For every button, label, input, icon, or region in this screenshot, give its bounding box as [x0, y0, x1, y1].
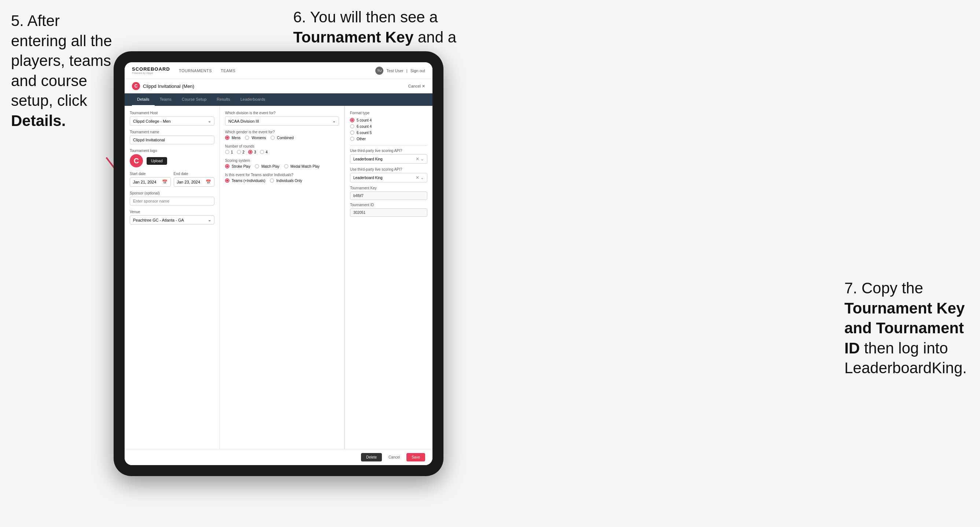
third-party-2-label: Use third-party live scoring API?	[350, 167, 427, 171]
tab-details[interactable]: Details	[132, 94, 155, 106]
scoring-label: Scoring system	[225, 159, 339, 163]
upload-button[interactable]: Upload	[146, 157, 167, 165]
round-3-radio[interactable]	[248, 150, 253, 154]
gender-combined-radio[interactable]	[270, 135, 275, 140]
round-3[interactable]: 3	[248, 150, 256, 154]
start-date-group: Start date Jan 21, 2024 📅	[130, 172, 171, 187]
third-party-2-group: Use third-party live scoring API? Leader…	[350, 167, 427, 183]
teams-teams[interactable]: Teams (+Individuals)	[225, 178, 265, 183]
format-6count4-radio[interactable]	[350, 124, 355, 129]
teams-group: Is this event for Teams and/or Individua…	[225, 173, 339, 183]
tournament-logo-label: Tournament logo	[130, 149, 215, 153]
format-other-radio[interactable]	[350, 137, 355, 141]
format-6count5-label: 6 count 5	[356, 131, 372, 135]
tournament-host-input[interactable]: Clippd College - Men ⌄	[130, 116, 215, 125]
round-1[interactable]: 1	[225, 150, 233, 154]
tournament-id-label: Tournament ID	[350, 203, 427, 207]
bottom-actions: Delete Cancel Save	[125, 449, 433, 465]
divider-1	[350, 145, 427, 146]
round-4-label: 4	[266, 150, 268, 154]
gender-womens-radio[interactable]	[245, 135, 249, 140]
nav-teams[interactable]: TEAMS	[221, 68, 235, 73]
tournament-key-value: b4fbf7	[350, 192, 427, 200]
format-5count4-radio[interactable]	[350, 118, 355, 122]
format-radio-group: 5 count 4 6 count 4 6 count 5 Other	[350, 118, 427, 141]
teams-label: Is this event for Teams and/or Individua…	[225, 173, 339, 177]
third-party-1-clear[interactable]: ✕ ⌄	[415, 156, 424, 162]
scoring-match[interactable]: Match Play	[255, 164, 279, 168]
tournament-key-label: Tournament Key	[350, 186, 427, 190]
format-6count5-radio[interactable]	[350, 130, 355, 135]
teams-radio-group: Teams (+Individuals) Individuals Only	[225, 178, 339, 183]
format-6count4[interactable]: 6 count 4	[350, 124, 427, 129]
division-label: Which division is the event for?	[225, 111, 339, 115]
third-party-1-label: Use third-party live scoring API?	[350, 149, 427, 153]
round-1-radio[interactable]	[225, 150, 229, 154]
tablet-screen: SCOREBOARD Powered by clippd TOURNAMENTS…	[125, 62, 433, 465]
tournament-logo-group: Tournament logo C Upload	[130, 149, 215, 167]
gender-combined-label: Combined	[277, 136, 294, 140]
gender-mens-radio[interactable]	[225, 135, 229, 140]
division-input[interactable]: NCAA Division III ⌄	[225, 116, 339, 125]
tournament-id-value: 302051	[350, 208, 427, 217]
round-2-radio[interactable]	[237, 150, 241, 154]
gender-womens[interactable]: Womens	[245, 135, 266, 140]
gender-mens[interactable]: Mens	[225, 135, 240, 140]
end-date-value: Jan 23, 2024	[177, 180, 200, 184]
format-other[interactable]: Other	[350, 137, 427, 141]
round-1-label: 1	[231, 150, 233, 154]
scoring-medal-radio[interactable]	[284, 164, 288, 168]
save-button[interactable]: Save	[406, 453, 425, 462]
third-party-2-clear[interactable]: ✕ ⌄	[415, 175, 424, 180]
gender-group: Which gender is the event for? Mens Wome…	[225, 130, 339, 140]
logo-preview: C	[130, 154, 143, 167]
top-navigation: SCOREBOARD Powered by clippd TOURNAMENTS…	[125, 62, 433, 79]
delete-button[interactable]: Delete	[361, 453, 382, 462]
nav-tournaments[interactable]: TOURNAMENTS	[179, 68, 212, 73]
gender-combined[interactable]: Combined	[270, 135, 294, 140]
annotation-left: 5. After entering all the players, teams…	[11, 11, 114, 131]
tournament-name-input[interactable]: Clippd Invitational	[130, 135, 215, 144]
venue-input[interactable]: Peachtree GC - Atlanta - GA ⌄	[130, 215, 215, 224]
scoring-stroke[interactable]: Stroke Play	[225, 164, 250, 168]
format-5count4[interactable]: 5 count 4	[350, 118, 427, 122]
cancel-button[interactable]: Cancel	[385, 453, 404, 462]
nav-right: TU Test User | Sign out	[375, 67, 425, 75]
start-date-input[interactable]: Jan 21, 2024 📅	[130, 177, 171, 187]
scoring-match-radio[interactable]	[255, 164, 259, 168]
end-date-input[interactable]: Jan 23, 2024 📅	[174, 177, 215, 187]
scoring-match-label: Match Play	[261, 164, 279, 168]
third-party-2-input[interactable]: Leaderboard King ✕ ⌄	[350, 173, 427, 183]
format-6count5[interactable]: 6 count 5	[350, 130, 427, 135]
gender-womens-label: Womens	[251, 136, 266, 140]
teams-individuals[interactable]: Individuals Only	[270, 178, 302, 183]
third-party-1-value: Leaderboard King	[353, 157, 383, 161]
round-4-radio[interactable]	[260, 150, 264, 154]
tab-course-setup[interactable]: Course Setup	[177, 94, 212, 106]
format-6count4-label: 6 count 4	[356, 124, 372, 129]
rounds-label: Number of rounds	[225, 144, 339, 148]
logo-text: SCOREBOARD	[132, 67, 170, 71]
dropdown-icon: ⌄	[208, 119, 211, 124]
scoring-medal[interactable]: Medal Match Play	[284, 164, 320, 168]
tab-teams[interactable]: Teams	[155, 94, 177, 106]
cancel-link[interactable]: Cancel ✕	[408, 84, 425, 89]
teams-teams-radio[interactable]	[225, 178, 229, 183]
sign-out-link[interactable]: Sign out	[410, 68, 425, 73]
round-2[interactable]: 2	[237, 150, 245, 154]
third-party-1-input[interactable]: Leaderboard King ✕ ⌄	[350, 154, 427, 164]
round-4[interactable]: 4	[260, 150, 268, 154]
tab-leaderboards[interactable]: Leaderboards	[235, 94, 270, 106]
tabs-bar: Details Teams Course Setup Results Leade…	[125, 94, 433, 106]
scoring-stroke-radio[interactable]	[225, 164, 229, 168]
sponsor-label: Sponsor (optional)	[130, 191, 215, 195]
calendar-icon-end: 📅	[205, 179, 211, 184]
teams-individuals-radio[interactable]	[270, 178, 274, 183]
sponsor-input[interactable]	[130, 197, 215, 205]
tournament-host-value: Clippd College - Men	[133, 119, 171, 124]
tab-results[interactable]: Results	[212, 94, 235, 106]
venue-dropdown-icon: ⌄	[208, 217, 211, 222]
gender-label: Which gender is the event for?	[225, 130, 339, 134]
rounds-group: Number of rounds 1 2 3	[225, 144, 339, 154]
middle-panel: Which division is the event for? NCAA Di…	[220, 106, 345, 449]
